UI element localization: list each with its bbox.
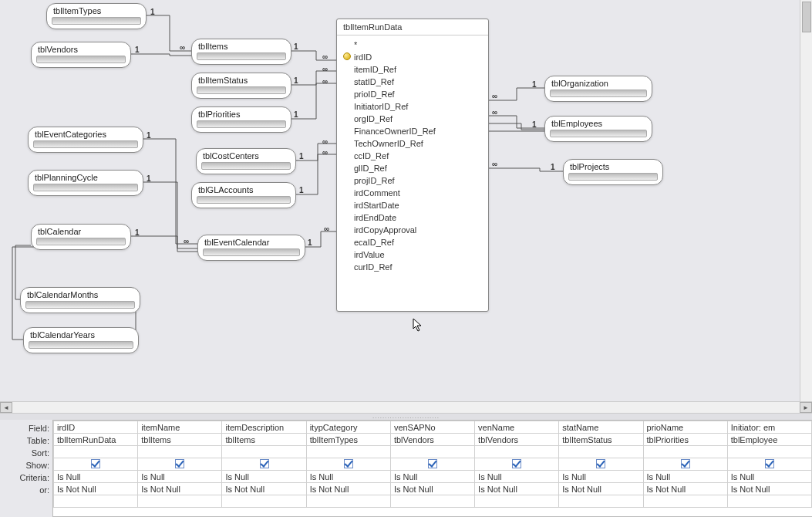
grid-cell[interactable]: tblItemStatus [559, 434, 643, 446]
field-ccIDRef[interactable]: ccID_Ref [342, 150, 483, 162]
grid-cell[interactable] [475, 495, 559, 508]
grid-cell[interactable] [727, 495, 811, 508]
table-tblEmployees[interactable]: tblEmployees [544, 116, 652, 142]
grid-cell[interactable]: Is Null [138, 471, 222, 483]
grid-cell[interactable]: Is Null [727, 471, 811, 483]
field-projIDRef[interactable]: projID_Ref [342, 174, 483, 187]
grid-cell[interactable] [559, 458, 643, 471]
grid-cell[interactable]: tblPriorities [643, 434, 727, 446]
table-tblItemRunData[interactable]: tblItemRunData *irdIDitemID_RefstatID_Re… [336, 19, 489, 312]
field-irdEndDate[interactable]: irdEndDate [342, 211, 483, 224]
table-tblPriorities[interactable]: tblPriorities [191, 106, 291, 133]
grid-cell[interactable] [727, 458, 811, 471]
field-statIDRef[interactable]: statID_Ref [342, 76, 483, 88]
field-prioIDRef[interactable]: prioID_Ref [342, 88, 483, 100]
grid-cell[interactable] [390, 495, 474, 508]
grid-cell[interactable]: Is Not Null [475, 483, 559, 495]
show-checkbox[interactable] [596, 459, 605, 468]
grid-cell[interactable] [222, 446, 306, 458]
grid-cell[interactable] [54, 458, 138, 471]
table-tblCostCenters[interactable]: tblCostCenters [196, 148, 296, 174]
show-checkbox[interactable] [512, 459, 521, 468]
field-orgIDRef[interactable]: orgID_Ref [342, 113, 483, 125]
grid-cell[interactable] [559, 446, 643, 458]
show-checkbox[interactable] [681, 459, 690, 468]
field-FinanceOwnerIDRef[interactable]: FinanceOwnerID_Ref [342, 125, 483, 137]
grid-cell[interactable]: Is Null [306, 471, 390, 483]
grid-cell[interactable]: Initiator: em [727, 421, 811, 434]
relationship-diagram-pane[interactable]: 1 ∞ 1 1 ∞ 1 ∞ 1 ∞ 1 ∞ 1 ∞ 1 ∞ 1 ∞ 1 1 ∞ … [0, 0, 812, 401]
grid-cell[interactable]: tblItems [138, 434, 222, 446]
table-tblGLAccounts[interactable]: tblGLAccounts [191, 182, 296, 208]
table-tblPlanningCycle[interactable]: tblPlanningCycle [28, 170, 143, 196]
grid-cell[interactable] [559, 495, 643, 508]
grid-cell[interactable] [306, 495, 390, 508]
field-irdStartDate[interactable]: irdStartDate [342, 199, 483, 211]
query-design-grid[interactable]: Field: Table: Sort: Show: Criteria: or: … [0, 420, 812, 517]
show-checkbox[interactable] [765, 459, 774, 468]
grid-cell[interactable]: tblItemTypes [306, 434, 390, 446]
show-checkbox[interactable] [344, 459, 353, 468]
grid-cell[interactable]: tblVendors [390, 434, 474, 446]
grid-cell[interactable] [727, 446, 811, 458]
grid-cell[interactable] [54, 495, 138, 508]
table-tblItemStatus[interactable]: tblItemStatus [191, 73, 291, 99]
table-tblCalendar[interactable]: tblCalendar [31, 224, 131, 250]
field-ecaIDRef[interactable]: ecaID_Ref [342, 236, 483, 248]
diagram-vertical-scrollbar[interactable] [800, 0, 812, 401]
grid-cell[interactable]: venName [475, 421, 559, 434]
grid-cell[interactable]: Is Null [559, 471, 643, 483]
grid-cell[interactable]: Is Not Null [390, 483, 474, 495]
grid-cell[interactable] [475, 446, 559, 458]
field-itemIDRef[interactable]: itemID_Ref [342, 63, 483, 76]
grid-cell[interactable]: venSAPNo [390, 421, 474, 434]
grid-cell[interactable]: Is Not Null [727, 483, 811, 495]
field-glIDRef[interactable]: glID_Ref [342, 162, 483, 174]
grid-cell[interactable]: Is Null [643, 471, 727, 483]
grid-cell[interactable] [390, 458, 474, 471]
grid-cell[interactable]: Is Not Null [138, 483, 222, 495]
grid-cell[interactable]: tblEmployee [727, 434, 811, 446]
field-irdValue[interactable]: irdValue [342, 248, 483, 261]
scrollbar-thumb[interactable] [802, 2, 811, 32]
table-tblOrganization[interactable]: tblOrganization [544, 76, 652, 102]
field-irdCopyApproval[interactable]: irdCopyApproval [342, 224, 483, 236]
field-InitiatorIDRef[interactable]: InitiatorID_Ref [342, 100, 483, 113]
table-tblCalendarYears[interactable]: tblCalendarYears [23, 327, 139, 353]
grid-cell[interactable] [306, 446, 390, 458]
table-tblCalendarMonths[interactable]: tblCalendarMonths [20, 287, 140, 313]
grid-cell[interactable]: Is Null [222, 471, 306, 483]
table-tblItemTypes[interactable]: tblItemTypes [46, 3, 147, 29]
scroll-right-button[interactable]: ► [800, 402, 812, 413]
grid-cell[interactable]: Is Not Null [306, 483, 390, 495]
grid-cell[interactable] [643, 446, 727, 458]
show-checkbox[interactable] [260, 459, 269, 468]
show-checkbox[interactable] [91, 459, 100, 468]
scroll-left-button[interactable]: ◄ [0, 402, 12, 413]
grid-cell[interactable]: Is Not Null [643, 483, 727, 495]
grid-cell[interactable] [306, 458, 390, 471]
table-tblEventCalendar[interactable]: tblEventCalendar [197, 235, 305, 261]
grid-cell[interactable]: Is Null [54, 471, 138, 483]
field-TechOwnerIDRef[interactable]: TechOwnerID_Ref [342, 137, 483, 150]
table-tblEventCategories[interactable]: tblEventCategories [28, 127, 143, 153]
grid-cell[interactable]: itemDescription [222, 421, 306, 434]
table-tblVendors[interactable]: tblVendors [31, 42, 131, 68]
grid-cell[interactable]: prioName [643, 421, 727, 434]
grid-cell[interactable] [643, 495, 727, 508]
grid-cell[interactable]: Is Not Null [222, 483, 306, 495]
grid-cell[interactable] [222, 458, 306, 471]
table-tblItems[interactable]: tblItems [191, 39, 291, 65]
grid-cell[interactable]: Is Null [390, 471, 474, 483]
grid-cell[interactable]: itemName [138, 421, 222, 434]
grid-cell[interactable]: irdID [54, 421, 138, 434]
grid-cell[interactable]: itypCategory [306, 421, 390, 434]
grid-cell[interactable] [222, 495, 306, 508]
grid-cell[interactable]: tblItemRunData [54, 434, 138, 446]
grid-cell[interactable]: statName [559, 421, 643, 434]
field-curIDRef[interactable]: curID_Ref [342, 261, 483, 273]
grid-cell[interactable] [138, 458, 222, 471]
grid-cell[interactable]: Is Not Null [559, 483, 643, 495]
table-tblProjects[interactable]: tblProjects [563, 159, 663, 185]
grid-cell[interactable]: Is Not Null [54, 483, 138, 495]
